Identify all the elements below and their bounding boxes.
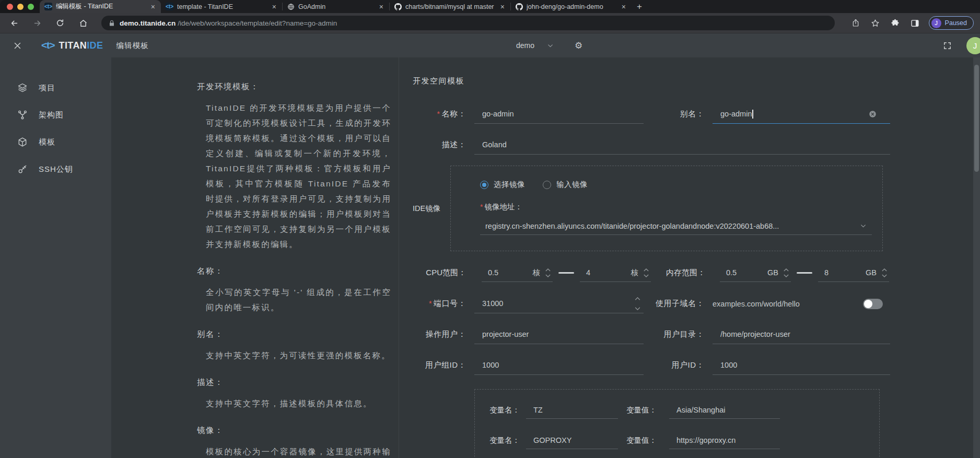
sidebar-item-architecture[interactable]: 架构图 <box>0 101 111 128</box>
minimize-window-button[interactable] <box>17 4 24 10</box>
env-name-input[interactable]: GOPROXY <box>526 431 618 449</box>
range-dash <box>795 272 814 274</box>
close-window-button[interactable] <box>7 4 13 10</box>
clear-icon[interactable] <box>869 110 877 118</box>
memory-max-input[interactable]: 8 GB <box>818 264 889 282</box>
radio-input-image[interactable]: 输入镜像 <box>543 180 588 190</box>
stepper-icon[interactable] <box>784 268 789 277</box>
text-cursor <box>752 110 753 119</box>
sidebar-item-ssh-keys[interactable]: SSH公钥 <box>0 156 111 183</box>
alias-input[interactable]: go-admin <box>713 105 890 124</box>
cube-icon <box>17 137 28 147</box>
memory-min-input[interactable]: 0.5 GB <box>720 264 791 282</box>
operator-input[interactable]: projector-user <box>474 325 644 344</box>
operator-row: 操作用户： projector-user 用户目录： /home/project… <box>413 319 890 350</box>
subdomain-label: 使用子域名： <box>644 299 713 309</box>
chevron-down-icon[interactable] <box>547 42 554 49</box>
port-input[interactable]: 31000 <box>474 295 644 313</box>
browser-toolbar: demo.titanide.cn/ide/web/workspace/templ… <box>0 13 980 33</box>
tab-close-icon[interactable]: × <box>499 3 506 10</box>
tab-close-icon[interactable]: × <box>378 3 384 10</box>
subdomain-toggle[interactable] <box>863 299 883 309</box>
titanide-favicon: <t> <box>44 3 52 10</box>
lock-icon <box>109 20 115 27</box>
stepper-icon[interactable] <box>882 268 887 277</box>
user-id-input[interactable]: 1000 <box>713 356 890 375</box>
sidebar-item-projects[interactable]: 项目 <box>0 74 111 101</box>
scrollbar-thumb[interactable] <box>974 65 979 172</box>
stepper-icon[interactable] <box>635 297 640 310</box>
browser-tab-4[interactable]: charts/bitnami/mysql at master × <box>389 0 510 13</box>
description-input[interactable]: Goland <box>474 136 890 155</box>
bookmark-star-icon[interactable] <box>868 16 883 30</box>
image-address-label: *镜像地址： <box>480 202 872 212</box>
profile-chip[interactable]: J Paused <box>929 16 974 30</box>
browser-tab-2[interactable]: <t> template - TitanIDE × <box>161 0 282 13</box>
env-name-label: 变量名： <box>489 405 526 415</box>
env-value-input[interactable]: https://goproxy.cn <box>669 431 780 449</box>
tab-close-icon[interactable]: × <box>621 3 627 10</box>
browser-tab-3[interactable]: GoAdmin × <box>282 0 389 13</box>
brand-ide: IDE <box>87 40 103 51</box>
required-asterisk: * <box>437 110 440 118</box>
help-column: 开发环境模板： TitanIDE 的开发环境模板是为用户提供一个可定制化的环境模… <box>111 57 399 458</box>
stepper-icon[interactable] <box>545 268 551 277</box>
gear-icon[interactable]: ⚙ <box>575 40 582 51</box>
cpu-unit: 核 <box>631 268 639 278</box>
range-dash <box>557 272 576 274</box>
cpu-min-input[interactable]: 0.5 核 <box>482 264 553 282</box>
sidebar-item-templates[interactable]: 模板 <box>0 128 111 156</box>
tab-close-icon[interactable]: × <box>150 3 156 10</box>
help-heading: 别名： <box>197 329 391 340</box>
image-address-select[interactable]: registry.cn-shenzhen.aliyuncs.com/titani… <box>480 217 872 235</box>
user-dir-label: 用户目录： <box>644 330 713 339</box>
back-icon[interactable] <box>6 15 22 31</box>
browser-tab-1[interactable]: <t> 编辑模板 - TitanIDE × <box>40 0 161 13</box>
stepper-icon[interactable] <box>644 268 649 277</box>
workspace-switcher[interactable]: demo ⚙ <box>516 40 582 51</box>
cpu-max-input[interactable]: 4 核 <box>580 264 651 282</box>
forward-icon[interactable] <box>29 15 45 31</box>
url-bar[interactable]: demo.titanide.cn/ide/web/workspace/templ… <box>101 16 835 30</box>
env-value-label: 变量值： <box>626 405 669 415</box>
user-avatar[interactable]: J <box>966 37 980 54</box>
key-icon <box>17 164 28 174</box>
image-mode-radio-group: 选择镜像 输入镜像 <box>480 180 872 190</box>
app-body: 项目 架构图 模板 SSH公钥 开发环境模板： TitanIDE 的开发环境模板… <box>0 57 980 458</box>
env-value-input[interactable]: Asia/Shanghai <box>669 401 780 419</box>
operator-value: projector-user <box>482 330 529 338</box>
new-tab-button[interactable]: + <box>632 0 647 13</box>
zoom-window-button[interactable] <box>28 4 34 10</box>
port-label: *端口号： <box>413 299 474 309</box>
cpu-max-value: 4 <box>586 268 590 277</box>
workspace-name: demo <box>516 41 534 50</box>
home-icon[interactable] <box>75 15 91 31</box>
sidebar-item-label: SSH公钥 <box>39 165 73 174</box>
github-favicon <box>394 3 402 10</box>
tab-title: john-deng/go-admin-demo <box>527 3 617 10</box>
extensions-icon[interactable] <box>888 16 903 30</box>
group-id-input[interactable]: 1000 <box>474 356 644 375</box>
env-name-value: TZ <box>533 406 543 414</box>
tab-close-icon[interactable]: × <box>271 3 277 10</box>
radio-off-icon <box>543 181 551 189</box>
user-dir-input[interactable]: /home/projector-user <box>713 325 890 344</box>
required-asterisk: * <box>429 299 432 308</box>
scrollbar[interactable] <box>973 57 980 458</box>
sidebar-item-label: 模板 <box>39 137 55 147</box>
share-icon[interactable] <box>848 16 863 30</box>
chevron-down-icon[interactable] <box>860 222 867 229</box>
fullscreen-icon[interactable] <box>943 41 952 50</box>
name-input[interactable]: go-admin <box>474 105 644 124</box>
side-panel-icon[interactable] <box>908 16 923 30</box>
toggle-knob <box>864 300 872 308</box>
env-name-input[interactable]: TZ <box>526 401 618 419</box>
help-paragraph: 支持中英文字符，为可读性更强的模板名称。 <box>197 348 391 363</box>
close-editor-icon[interactable] <box>14 42 21 50</box>
tab-title: GoAdmin <box>298 3 375 10</box>
image-address-value: registry.cn-shenzhen.aliyuncs.com/titani… <box>485 222 779 230</box>
browser-tab-5[interactable]: john-deng/go-admin-demo × <box>510 0 632 13</box>
radio-label: 输入镜像 <box>556 180 588 190</box>
radio-select-image[interactable]: 选择镜像 <box>480 180 525 190</box>
reload-icon[interactable] <box>52 15 68 31</box>
